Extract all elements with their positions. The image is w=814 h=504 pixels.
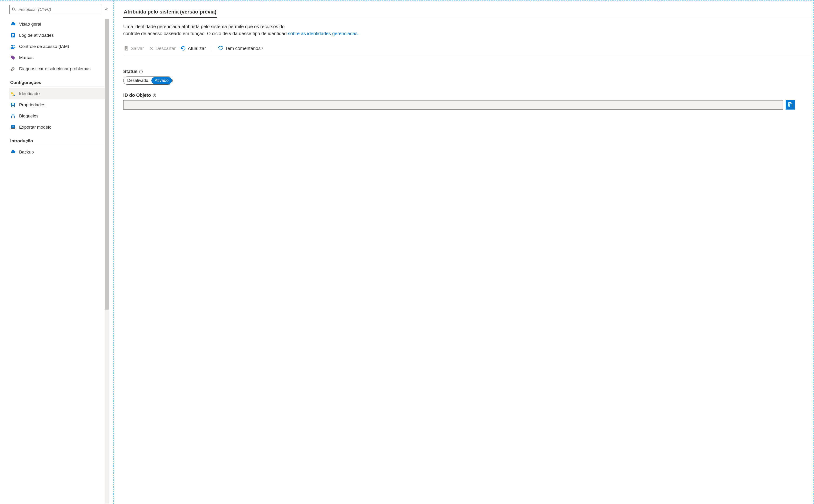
copy-button[interactable] <box>786 100 795 110</box>
svg-point-6 <box>11 45 13 47</box>
svg-point-15 <box>11 104 12 105</box>
svg-rect-31 <box>789 104 792 107</box>
svg-rect-21 <box>125 47 127 48</box>
tab-bar: Atribuída pelo sistema (versão prévia) <box>123 7 814 18</box>
discard-button[interactable]: Descartar <box>149 46 176 51</box>
button-label: Descartar <box>156 46 176 51</box>
feedback-button[interactable]: Tem comentários? <box>218 46 263 51</box>
tab-system-assigned[interactable]: Atribuída pelo sistema (versão prévia) <box>123 7 217 18</box>
learn-more-link[interactable]: sobre as identidades gerenciadas. <box>288 31 359 36</box>
search-icon <box>12 7 16 12</box>
svg-point-10 <box>12 92 13 93</box>
button-label: Atualizar <box>188 46 206 51</box>
sidebar-section-settings: Configurações <box>10 80 113 85</box>
svg-rect-18 <box>11 116 15 118</box>
svg-point-0 <box>12 8 15 10</box>
collapse-sidebar-button[interactable] <box>104 7 109 12</box>
sidebar-item-label: Propriedades <box>19 102 45 107</box>
save-button[interactable]: Salvar <box>124 46 144 51</box>
lock-icon <box>10 113 16 119</box>
cloud-icon <box>10 149 16 155</box>
sidebar-item-label: Visão geral <box>19 22 41 27</box>
key-icon <box>10 91 16 97</box>
sidebar-item-iam[interactable]: Controle de acesso (IAM) <box>9 41 105 52</box>
svg-point-17 <box>14 103 15 104</box>
status-toggle[interactable]: Desativado Ativado <box>123 77 173 85</box>
svg-point-11 <box>14 95 15 96</box>
info-icon[interactable] <box>152 93 157 97</box>
sidebar-item-identity[interactable]: Identidade <box>9 88 105 99</box>
sidebar-item-label: Identidade <box>19 91 40 96</box>
svg-point-30 <box>154 94 155 95</box>
log-icon <box>10 33 16 38</box>
sidebar-item-activity-log[interactable]: Log de atividades <box>9 30 105 41</box>
search-input[interactable] <box>18 7 100 12</box>
sliders-icon <box>10 102 16 108</box>
copy-icon <box>787 102 793 108</box>
tag-icon <box>10 55 16 60</box>
sidebar-item-tags[interactable]: Marcas <box>9 52 105 63</box>
main-content: Atribuída pelo sistema (versão prévia) U… <box>114 0 814 504</box>
svg-rect-19 <box>11 128 15 129</box>
object-id-row <box>123 100 795 110</box>
search-box[interactable] <box>9 5 102 14</box>
status-label: Status <box>123 69 814 74</box>
command-bar: Salvar Descartar Atualizar Tem comentári… <box>123 43 814 55</box>
sidebar-item-label: Diagnosticar e solucionar problemas <box>19 66 90 71</box>
app-root: Visão geral Log de atividades Controle d… <box>0 0 814 504</box>
sidebar-item-label: Backup <box>19 150 34 155</box>
sidebar-item-label: Exportar modelo <box>19 125 51 130</box>
search-row <box>9 5 109 14</box>
sidebar-item-label: Bloqueios <box>19 113 38 119</box>
sidebar-nav: Visão geral Log de atividades Controle d… <box>9 19 113 504</box>
sidebar-item-label: Marcas <box>19 55 33 60</box>
object-id-input[interactable] <box>123 100 783 110</box>
people-icon <box>10 44 16 49</box>
toggle-on[interactable]: Ativado <box>151 77 172 84</box>
sidebar-item-overview[interactable]: Visão geral <box>9 19 105 30</box>
object-id-label: ID do Objeto <box>123 93 814 98</box>
svg-point-8 <box>12 57 13 57</box>
refresh-button[interactable]: Atualizar <box>181 46 206 51</box>
info-icon[interactable] <box>139 70 143 74</box>
sidebar-item-locks[interactable]: Bloqueios <box>9 110 105 122</box>
svg-line-1 <box>14 10 16 11</box>
label-text: ID do Objeto <box>123 93 151 98</box>
sidebar-item-export-template[interactable]: Exportar modelo <box>9 122 105 133</box>
status-field: Status Desativado Ativado <box>123 69 814 85</box>
button-label: Tem comentários? <box>225 46 263 51</box>
svg-point-27 <box>141 71 141 71</box>
sidebar-scrollbar[interactable] <box>105 19 109 504</box>
sidebar-item-properties[interactable]: Propriedades <box>9 99 105 110</box>
export-icon <box>10 124 16 130</box>
sidebar-item-label: Controle de acesso (IAM) <box>19 44 69 49</box>
cloud-icon <box>10 21 16 27</box>
svg-point-16 <box>13 105 13 106</box>
description-text: Uma identidade gerenciada atribuída pelo… <box>123 23 814 37</box>
toggle-off[interactable]: Desativado <box>124 77 151 84</box>
sidebar: Visão geral Log de atividades Controle d… <box>0 0 114 504</box>
sidebar-item-label: Log de atividades <box>19 33 54 38</box>
svg-point-7 <box>13 45 15 46</box>
description-line: controle de acesso baseado em função. O … <box>123 31 287 36</box>
scrollbar-thumb[interactable] <box>105 19 109 310</box>
button-label: Salvar <box>131 46 144 51</box>
sidebar-section-intro: Introdução <box>10 138 113 144</box>
description-line: Uma identidade gerenciada atribuída pelo… <box>123 24 285 29</box>
svg-rect-22 <box>125 49 127 50</box>
object-id-field: ID do Objeto <box>123 93 814 110</box>
wrench-icon <box>10 66 16 72</box>
sidebar-item-diagnose[interactable]: Diagnosticar e solucionar problemas <box>9 63 105 74</box>
sidebar-item-backup[interactable]: Backup <box>9 147 105 158</box>
label-text: Status <box>123 69 137 74</box>
